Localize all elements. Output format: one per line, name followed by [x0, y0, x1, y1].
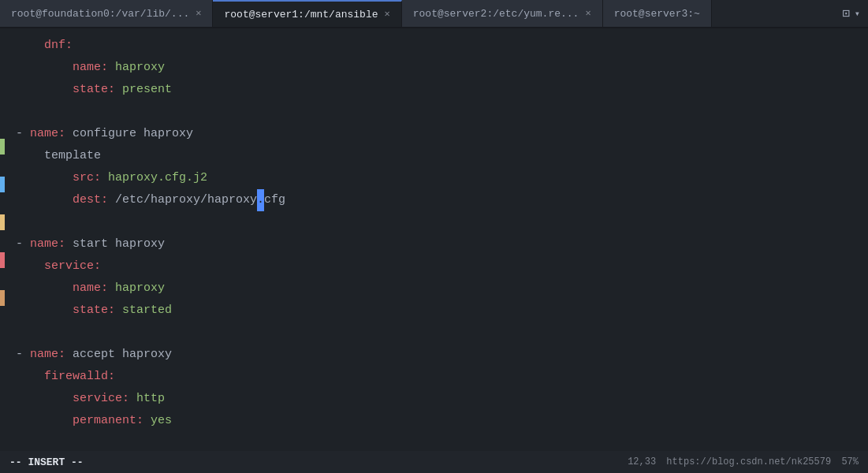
gutter-mark-orange [0, 290, 5, 306]
editor-area: dnf: name: haproxy state: present- name:… [0, 28, 868, 451]
tab-server1[interactable]: root@server1:/mnt/ansible ✕ [213, 0, 401, 27]
editor-line: permanent: yes [16, 410, 868, 432]
editor-line: - name: accept haproxy [16, 344, 868, 366]
tab-label-1: root@foundation0:/var/lib/... [11, 8, 189, 20]
editor-line: service: [16, 255, 868, 277]
gutter-mark-green [0, 139, 5, 155]
tab-server2[interactable]: root@server2:/etc/yum.re... ✕ [402, 0, 603, 27]
editor-line: template [16, 145, 868, 167]
gutter-mark-yellow [0, 214, 5, 230]
editor-line: dnf: [16, 35, 868, 57]
gutter-mark-red [0, 252, 5, 268]
status-right: 12,33 https://blog.csdn.net/nk25579 57% [628, 456, 859, 467]
editor-line: state: present [16, 79, 868, 101]
insert-mode-label: -- INSERT -- [9, 456, 84, 468]
close-tab-3[interactable]: ✕ [585, 9, 590, 18]
editor-line [16, 211, 868, 233]
close-tab-2[interactable]: ✕ [385, 9, 390, 19]
close-tab-1[interactable]: ✕ [196, 9, 201, 18]
editor-line: name: haproxy [16, 277, 868, 300]
editor-line: - name: configure haproxy [16, 123, 868, 145]
editor-line: dest: /etc/haproxy/haproxy.cfg [16, 189, 868, 211]
tab-label-4: root@server3:~ [614, 8, 700, 20]
tab-server3[interactable]: root@server3:~ [603, 0, 712, 27]
editor-line [16, 101, 868, 123]
status-left: -- INSERT -- [9, 456, 84, 468]
gutter-mark-blue [0, 177, 5, 192]
cursor-position: 12,33 [628, 456, 656, 467]
tab-bar: root@foundation0:/var/lib/... ✕ root@ser… [0, 0, 868, 28]
editor-lines: dnf: name: haproxy state: present- name:… [16, 35, 868, 432]
chevron-down-icon[interactable]: ▾ [855, 8, 860, 20]
status-percent: 57% [841, 456, 859, 467]
gutter [0, 28, 6, 306]
editor-line: service: http [16, 388, 868, 410]
editor-line: name: haproxy [16, 57, 868, 79]
editor-line: src: haproxy.cfg.j2 [16, 167, 868, 189]
editor-line: firewalld: [16, 366, 868, 388]
tab-foundation[interactable]: root@foundation0:/var/lib/... ✕ [0, 0, 213, 27]
tab-label-2: root@server1:/mnt/ansible [224, 9, 378, 20]
status-bar: -- INSERT -- 12,33 https://blog.csdn.net… [0, 451, 868, 473]
tab-label-3: root@server2:/etc/yum.re... [413, 8, 579, 20]
tab-bar-end: ⊡ ▾ [834, 0, 868, 27]
terminal-icon: ⊡ [842, 6, 850, 21]
editor-line [16, 322, 868, 344]
editor-line: state: started [16, 300, 868, 322]
status-url: https://blog.csdn.net/nk25579 [666, 456, 831, 467]
editor-line: - name: start haproxy [16, 233, 868, 255]
